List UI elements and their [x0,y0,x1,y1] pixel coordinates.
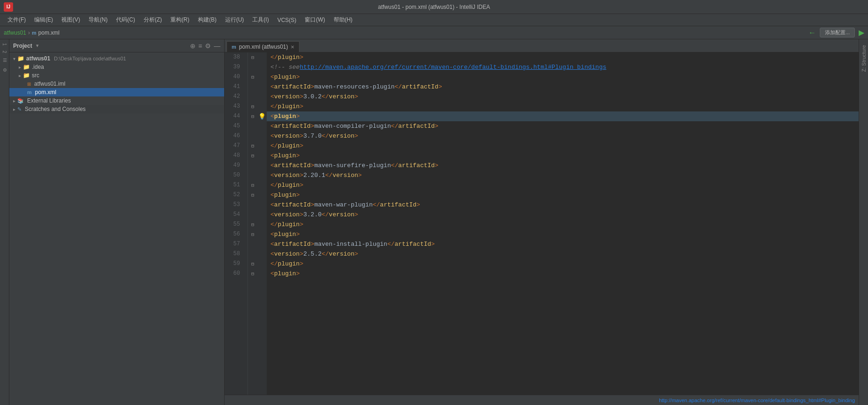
tree-pom[interactable]: m pom.xml [9,88,224,96]
menu-window[interactable]: 窗口(W) [301,15,328,25]
bracket-46-4: > [354,131,358,141]
fold-51[interactable]: ⊟ [251,183,254,188]
pom-file-icon: m [27,89,32,95]
collapse-icon[interactable]: ≡ [198,42,202,50]
bracket-53-1: < [270,200,274,210]
sync-icon[interactable]: ⊕ [190,42,196,50]
text-50: 2.20.1 [303,170,325,180]
add-config-button[interactable]: 添加配置... [820,28,855,37]
line-num-56: 56 [225,229,244,239]
tree-scratches[interactable]: ▸ ✎ Scratches and Consoles [9,105,224,113]
fold-48[interactable]: ⊟ [251,153,254,159]
bracket-40-2: > [296,72,300,82]
menu-help[interactable]: 帮助(H) [330,15,357,25]
menu-refactor[interactable]: 重构(R) [167,15,193,25]
gutter: ⊟ ⊟ ⊟ ⊟ ⊟ ⊟ ⊟ ⊟ ⊟ ⊟ ⊟ [248,52,257,395]
menu-tools[interactable]: 工具(I) [248,15,272,25]
code-line-59: </plugin> [267,259,859,269]
tree-idea[interactable]: ▸ 📁 .idea [9,63,224,71]
lb-38 [257,52,267,62]
tree-ext-libs[interactable]: ▸ 📚 External Libraries [9,96,224,105]
fold-52[interactable]: ⊟ [251,192,254,198]
menu-vcs[interactable]: VCS(S) [274,16,300,24]
bracket-41-1: < [270,82,274,92]
tag-42a: version [274,92,300,102]
right-sidebar: Z: Structure [859,39,868,405]
menu-file[interactable]: 文件(F) [4,15,29,25]
breadcrumb-project[interactable]: atfwus01 [4,29,26,36]
lb-58 [257,249,267,259]
menu-edit[interactable]: 编辑(E) [30,15,57,25]
tag-54b: version [329,210,355,220]
tag-53a: artifactId [274,200,311,210]
root-name: atfwus01 [26,55,50,62]
text-46: 3.7.0 [303,131,321,141]
tree-src[interactable]: ▸ 📁 src [9,71,224,80]
tree-root[interactable]: ▾ 📁 atfwus01 D:\DeskTop\java code\atfwus… [9,54,224,63]
editor-tab-pom[interactable]: m pom.xml (atfwus01) ✕ [226,41,299,52]
line-num-51: 51 [225,180,244,190]
menu-run[interactable]: 运行(U) [221,15,248,25]
tag-54a: version [274,210,300,220]
left-tab-4[interactable]: ⚙ [1,66,8,74]
line-num-48: 48 [225,151,244,161]
bracket-49-2: > [311,161,314,170]
fold-59[interactable]: ⊟ [251,261,254,267]
code-line-45: <artifactId>maven-compiler-plugin</artif… [267,121,859,131]
lib-icon: 📚 [17,98,24,104]
left-tab-3[interactable]: ☰ [1,56,8,65]
gutter-51: ⊟ [248,180,257,190]
tag-41b: artifactId [402,82,438,92]
link-39[interactable]: http://maven.apache.org/ref/current/mave… [299,62,606,72]
bracket-52-1: < [270,190,274,200]
menu-navigate[interactable]: 导航(N) [85,15,111,25]
tag-41a: artifactId [274,82,311,92]
left-tab-1[interactable]: 1 [1,41,8,48]
tree-iml[interactable]: ⊞ atfwus01.iml [9,80,224,88]
run-icon[interactable]: ▶ [859,28,864,37]
code-content[interactable]: </plugin> <!-- see http://maven.apache.o… [267,52,859,395]
bracket-53-4: > [416,200,420,210]
tag-57a: artifactId [274,239,311,249]
scratches-name: Scratches and Consoles [25,106,86,112]
bracket-60-1: < [270,269,274,279]
structure-tab[interactable]: Z: Structure [860,41,868,75]
code-line-56: <plugin> [267,229,859,239]
fold-43[interactable]: ⊟ [251,104,254,110]
fold-56[interactable]: ⊟ [251,232,254,237]
code-editor[interactable]: 38 39 40 41 42 43 44 45 46 47 48 49 50 5… [225,52,859,395]
panel-dropdown-icon[interactable]: ▾ [36,43,39,49]
fold-38[interactable]: ⊟ [251,55,254,60]
bracket-48-2: > [296,151,300,161]
bracket-48-1: < [270,151,274,161]
src-chevron: ▸ [19,73,21,78]
fold-40[interactable]: ⊟ [251,74,254,80]
bracket-55-1: </ [270,220,278,229]
line-num-38: 38 [225,52,244,62]
lb-48 [257,151,267,161]
fold-44[interactable]: ⊟ [251,114,254,119]
tab-close-button[interactable]: ✕ [291,44,294,50]
gutter-41 [248,82,257,92]
bracket-57-1: < [270,239,274,249]
bracket-55-2: > [299,220,303,229]
back-arrow-icon[interactable]: ← [809,29,816,37]
lightbulb-icon[interactable]: 💡 [258,113,266,120]
project-tree: ▾ 📁 atfwus01 D:\DeskTop\java code\atfwus… [9,52,224,405]
close-panel-icon[interactable]: — [214,42,220,50]
fold-60[interactable]: ⊟ [251,271,254,277]
menu-analyze[interactable]: 分析(Z) [140,15,166,25]
tag-40: plugin [274,72,296,82]
menu-view[interactable]: 视图(V) [58,15,84,25]
code-line-43: </plugin> [267,102,859,111]
fold-55[interactable]: ⊟ [251,222,254,228]
menu-build[interactable]: 构建(B) [194,15,220,25]
root-path: D:\DeskTop\java code\atfwus01 [54,56,126,61]
app-icon: IJ [4,2,13,12]
menu-code[interactable]: 代码(C) [112,15,139,25]
left-tab-2[interactable]: 2 [1,49,8,55]
settings-icon[interactable]: ⚙ [205,42,211,50]
line-num-42: 42 [225,92,244,102]
lb-44[interactable]: 💡 [257,111,267,121]
fold-47[interactable]: ⊟ [251,143,254,149]
